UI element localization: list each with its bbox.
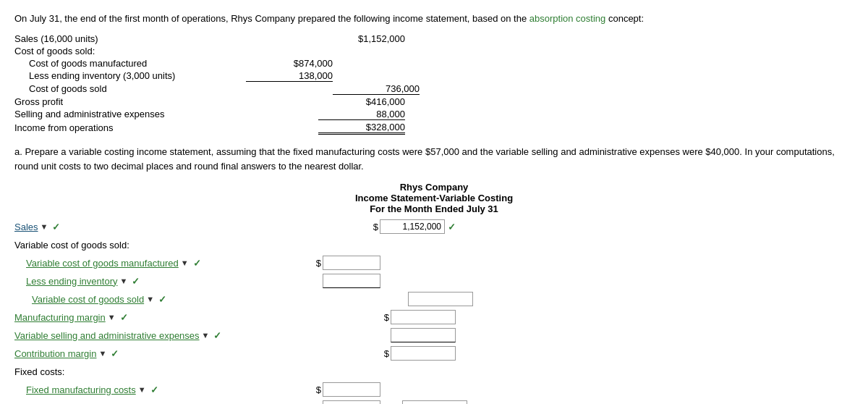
original-cogs-sold-row: Cost of goods sold 736,000 — [29, 83, 854, 95]
fixed-mfg-check: ✓ — [150, 384, 158, 395]
fixed-selling-admin-right-input[interactable] — [402, 400, 467, 404]
original-cogs-label: Cost of goods sold: — [14, 46, 231, 56]
mfg-margin-dropdown[interactable]: ▼ — [108, 313, 116, 321]
vs-fixed-mfg-label-area: Fixed manufacturing costs ▼ ✓ — [26, 384, 301, 395]
vs-fixed-costs-label-area: Fixed costs: — [14, 366, 289, 377]
vs-contribution-margin-label: Contribution margin — [14, 348, 96, 359]
var-selling-admin-input[interactable] — [391, 328, 456, 342]
vs-vcogs-manufactured-label-area: Variable cost of goods manufactured ▼ ✓ — [26, 258, 301, 269]
vs-mfg-margin-row: Manufacturing margin ▼ ✓ $ — [14, 309, 854, 325]
contribution-margin-dropdown[interactable]: ▼ — [98, 349, 106, 358]
less-ending-input[interactable] — [323, 274, 380, 288]
original-selling-admin-value: 88,000 — [318, 109, 405, 120]
vs-less-ending-mid — [301, 274, 380, 288]
fixed-mfg-dropdown[interactable]: ▼ — [138, 385, 146, 394]
statement-title: Income Statement-Variable Costing — [14, 193, 854, 203]
vs-var-selling-admin-right — [376, 328, 456, 342]
vs-less-ending-label-area: Less ending inventory ▼ ✓ — [26, 276, 301, 287]
absorption-costing-link[interactable]: absorption costing — [529, 13, 606, 24]
vs-fixed-selling-admin-right — [388, 400, 467, 404]
vs-fixed-costs-header: Fixed costs: — [14, 363, 854, 379]
original-cogs-manufactured-value: $874,000 — [246, 58, 333, 69]
mfg-margin-check: ✓ — [120, 312, 128, 323]
company-name: Rhys Company — [14, 182, 854, 193]
contribution-margin-check: ✓ — [111, 348, 119, 359]
company-header: Rhys Company Income Statement-Variable C… — [14, 182, 854, 214]
original-gross-profit-value: $416,000 — [318, 96, 405, 107]
vcogs-manufactured-input[interactable] — [323, 256, 380, 270]
original-less-ending-label: Less ending inventory (3,000 units) — [29, 70, 246, 81]
vs-vcogs-header: Variable cost of goods sold: — [14, 237, 854, 253]
vs-contribution-margin-right: $ — [376, 346, 456, 361]
vs-mfg-margin-right: $ — [376, 310, 456, 324]
less-ending-dropdown[interactable]: ▼ — [119, 277, 127, 285]
vs-var-selling-admin-row: Variable selling and administrative expe… — [14, 327, 854, 343]
vs-vcogs-manufactured-row: Variable cost of goods manufactured ▼ ✓ … — [26, 255, 854, 271]
sales-check: ✓ — [52, 222, 60, 232]
vs-fixed-costs-label: Fixed costs: — [14, 366, 64, 377]
vs-sales-label-area: Sales ▼ ✓ — [14, 222, 289, 232]
original-sales-value: $1,152,000 — [318, 33, 405, 44]
instruction-part-a: a. Prepare a variable costing income sta… — [14, 145, 854, 175]
vs-vcogs-sold-label: Variable cost of goods sold — [32, 294, 144, 305]
original-cogs-manufactured-row: Cost of goods manufactured $874,000 — [29, 58, 854, 69]
vs-sales-row: Sales ▼ ✓ $ ✓ — [14, 219, 854, 235]
vs-fixed-mfg-row: Fixed manufacturing costs ▼ ✓ $ — [26, 382, 854, 397]
intro-text-after: concept: — [605, 13, 644, 24]
statement-period: For the Month Ended July 31 — [14, 203, 854, 214]
vs-vcogs-sold-label-area: Variable cost of goods sold ▼ ✓ — [32, 294, 307, 305]
original-gross-profit-row: Gross profit $416,000 — [14, 96, 854, 107]
fixed-mfg-dollar: $ — [316, 384, 321, 395]
sales-dropdown-icon[interactable]: ▼ — [41, 222, 48, 231]
vs-contribution-margin-row: Contribution margin ▼ ✓ $ — [14, 345, 854, 361]
fixed-mfg-input[interactable] — [323, 382, 380, 397]
vcogs-sold-input[interactable] — [408, 292, 473, 306]
original-income-ops-row: Income from operations $328,000 — [14, 122, 854, 135]
vcogs-sold-dropdown[interactable]: ▼ — [146, 295, 154, 303]
sales-value-input[interactable] — [380, 219, 445, 234]
var-selling-admin-dropdown[interactable]: ▼ — [202, 331, 210, 340]
original-less-ending-value: 138,000 — [246, 70, 333, 82]
vs-vcogs-sold-right — [393, 292, 473, 306]
vs-less-ending-row: Less ending inventory ▼ ✓ — [26, 273, 854, 289]
sales-dollar: $ — [373, 222, 378, 232]
original-cogs-sold-label: Cost of goods sold — [29, 83, 246, 94]
fixed-selling-admin-input[interactable] — [323, 400, 380, 404]
original-cogs-manufactured-label: Cost of goods manufactured — [29, 58, 246, 69]
vs-vcogs-sold-row: Variable cost of goods sold ▼ ✓ — [32, 291, 854, 307]
sales-value-check: ✓ — [448, 222, 456, 232]
contribution-margin-dollar: $ — [384, 348, 389, 359]
original-less-ending-row: Less ending inventory (3,000 units) 138,… — [29, 70, 854, 82]
original-selling-admin-row: Selling and administrative expenses 88,0… — [14, 109, 854, 120]
vs-fixed-mfg-label: Fixed manufacturing costs — [26, 384, 136, 395]
mfg-margin-input[interactable] — [391, 310, 456, 324]
contribution-margin-input[interactable] — [391, 346, 456, 361]
var-selling-admin-check: ✓ — [213, 330, 221, 341]
vcogs-sold-check: ✓ — [158, 294, 166, 305]
intro-text-before: On July 31, the end of the first month o… — [14, 13, 529, 24]
vcogs-manufactured-dollar: $ — [316, 258, 321, 269]
vs-less-ending-label: Less ending inventory — [26, 276, 117, 287]
vs-vcogs-header-label-area: Variable cost of goods sold: — [14, 240, 289, 251]
vs-var-selling-admin-label-area: Variable selling and administrative expe… — [14, 330, 289, 341]
original-income-statement: Sales (16,000 units) $1,152,000 Cost of … — [14, 33, 854, 135]
vs-vcogs-manufactured-mid: $ — [301, 256, 380, 270]
original-cogs-sold-value: 736,000 — [333, 83, 420, 95]
vs-fixed-selling-admin-mid — [301, 400, 380, 404]
original-income-ops-label: Income from operations — [14, 122, 231, 133]
variable-statement: Sales ▼ ✓ $ ✓ Variable cost of goods sol… — [14, 219, 854, 404]
vs-contribution-margin-label-area: Contribution margin ▼ ✓ — [14, 348, 289, 359]
original-sales-row: Sales (16,000 units) $1,152,000 — [14, 33, 854, 44]
original-income-ops-value: $328,000 — [318, 122, 405, 135]
original-gross-profit-label: Gross profit — [14, 96, 231, 107]
intro-paragraph: On July 31, the end of the first month o… — [14, 12, 854, 26]
vs-fixed-mfg-mid: $ — [301, 382, 380, 397]
vs-vcogs-header-label: Variable cost of goods sold: — [14, 240, 129, 251]
vs-vcogs-manufactured-label: Variable cost of goods manufactured — [26, 258, 179, 269]
vs-sales-label: Sales — [14, 222, 38, 232]
mfg-margin-dollar: $ — [384, 312, 389, 323]
vcogs-manufactured-dropdown[interactable]: ▼ — [181, 258, 189, 267]
original-cogs-header: Cost of goods sold: — [14, 46, 854, 56]
vs-fixed-selling-admin-row: Fixed selling and administrative expense… — [26, 400, 854, 404]
vs-var-selling-admin-label: Variable selling and administrative expe… — [14, 330, 200, 341]
